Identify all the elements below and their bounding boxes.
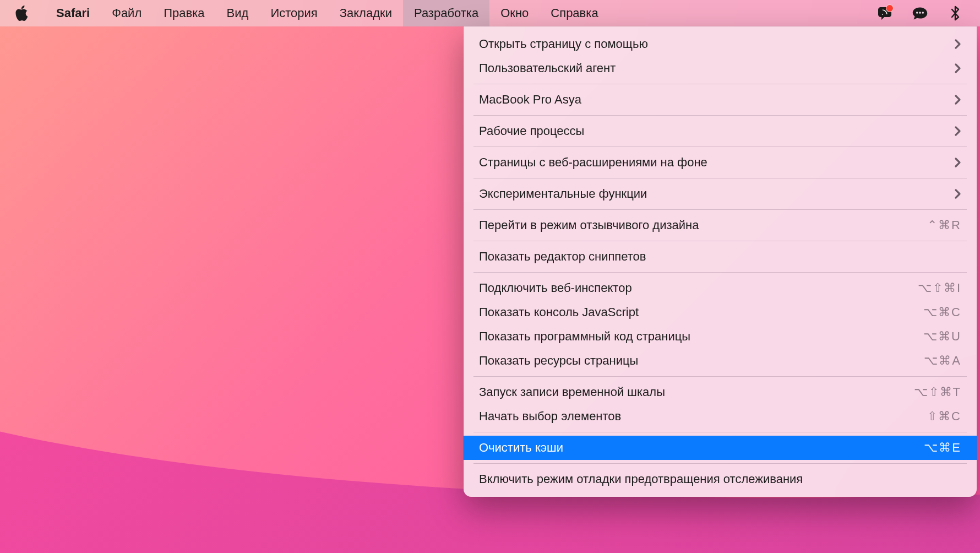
chevron-right-icon <box>954 38 961 50</box>
chevron-right-icon <box>954 62 961 74</box>
menu-item-label: Показать консоль JavaScript <box>479 305 923 319</box>
svg-point-0 <box>881 13 884 15</box>
menu-item[interactable]: Показать ресурсы страницы⌥⌘A <box>464 349 977 373</box>
menu-item-label: Показать редактор сниппетов <box>479 250 961 264</box>
menu-item-label: Очистить кэши <box>479 441 924 455</box>
menu-item[interactable]: Перейти в режим отзывчивого дизайна⌃⌘R <box>464 213 977 237</box>
menu-item-label: MacBook Pro Asya <box>479 93 954 107</box>
menu-item-label: Запуск записи временной шкалы <box>479 385 914 399</box>
menubar-item-bookmarks[interactable]: Закладки <box>329 0 403 26</box>
notification-dot <box>886 4 894 12</box>
menubar-app-name[interactable]: Safari <box>45 0 101 26</box>
menu-item[interactable]: Подключить веб-инспектор⌥⇧⌘I <box>464 276 977 300</box>
chevron-right-icon <box>954 125 961 137</box>
menu-item-label: Открыть страницу с помощью <box>479 37 954 51</box>
develop-menu-dropdown: Открыть страницу с помощьюПользовательск… <box>464 26 977 497</box>
menu-item-label: Рабочие процессы <box>479 124 954 138</box>
menu-item[interactable]: Открыть страницу с помощью <box>464 32 977 56</box>
menu-item-shortcut: ⌥⌘E <box>924 441 961 455</box>
menu-item-label: Показать ресурсы страницы <box>479 354 924 368</box>
menu-item[interactable]: Показать программный код страницы⌥⌘U <box>464 324 977 349</box>
menu-item[interactable]: Страницы с веб-расширениями на фоне <box>464 150 977 175</box>
menubar-item-file[interactable]: Файл <box>101 0 153 26</box>
menu-item-shortcut: ⌥⇧⌘T <box>914 385 961 399</box>
menubar-item-edit[interactable]: Правка <box>153 0 215 26</box>
menu-item-label: Перейти в режим отзывчивого дизайна <box>479 218 927 232</box>
menu-item[interactable]: Рабочие процессы <box>464 119 977 143</box>
menu-item-shortcut: ⇧⌘C <box>927 409 961 424</box>
chevron-right-icon <box>954 94 961 106</box>
menu-item-label: Пользовательский агент <box>479 61 954 75</box>
menu-item-shortcut: ⌥⌘U <box>923 329 961 344</box>
bluetooth-icon[interactable] <box>947 5 963 21</box>
chevron-right-icon <box>954 188 961 200</box>
chat-icon[interactable] <box>912 5 928 21</box>
chevron-right-icon <box>954 156 961 169</box>
menu-item-label: Начать выбор элементов <box>479 409 927 424</box>
menubar-item-develop[interactable]: Разработка <box>403 0 489 26</box>
menu-item-label: Включить режим отладки предотвращения от… <box>479 472 961 486</box>
menu-item-shortcut: ⌥⇧⌘I <box>918 281 961 295</box>
svg-point-2 <box>919 12 921 14</box>
menu-item[interactable]: Пользовательский агент <box>464 56 977 80</box>
svg-point-3 <box>922 12 924 14</box>
menu-item-shortcut: ⌃⌘R <box>927 218 961 232</box>
menu-item[interactable]: Показать редактор сниппетов <box>464 245 977 269</box>
menu-item-label: Экспериментальные функции <box>479 187 954 201</box>
menu-item[interactable]: Экспериментальные функции <box>464 182 977 206</box>
menu-item[interactable]: Показать консоль JavaScript⌥⌘C <box>464 300 977 324</box>
menu-item[interactable]: Начать выбор элементов⇧⌘C <box>464 404 977 429</box>
apple-menu-icon[interactable] <box>15 6 29 21</box>
menu-item-label: Страницы с веб-расширениями на фоне <box>479 155 954 170</box>
menu-item[interactable]: MacBook Pro Asya <box>464 88 977 112</box>
menubar-status-area <box>876 5 969 21</box>
menu-item-shortcut: ⌥⌘C <box>923 305 961 319</box>
menu-item[interactable]: Включить режим отладки предотвращения от… <box>464 467 977 491</box>
menu-item[interactable]: Очистить кэши⌥⌘E <box>464 436 977 460</box>
menubar-item-history[interactable]: История <box>259 0 328 26</box>
menubar-item-view[interactable]: Вид <box>216 0 260 26</box>
menu-item[interactable]: Запуск записи временной шкалы⌥⇧⌘T <box>464 380 977 404</box>
svg-point-1 <box>916 12 918 14</box>
menubar-item-help[interactable]: Справка <box>540 0 609 26</box>
menubar: Safari Файл Правка Вид История Закладки … <box>0 0 980 26</box>
menubar-item-window[interactable]: Окно <box>489 0 540 26</box>
menu-item-label: Подключить веб-инспектор <box>479 281 918 295</box>
menu-item-label: Показать программный код страницы <box>479 329 923 344</box>
menu-item-shortcut: ⌥⌘A <box>924 354 961 368</box>
viber-icon[interactable] <box>876 5 893 21</box>
